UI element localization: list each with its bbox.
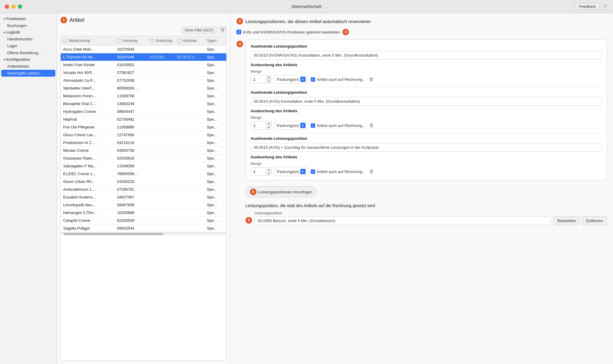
leistungsposition-input[interactable]	[254, 216, 551, 225]
add-lp-button[interactable]: 5 Leistungspositionen hinzufügen	[245, 186, 317, 197]
qty-up-1[interactable]: ▲	[266, 122, 271, 125]
td-ersetzung	[148, 147, 175, 154]
lp-card: Auslösende Leistungsposition Ausbuchung …	[245, 40, 607, 181]
table-row[interactable]: Accu Chek Mob... 10270545 Spe...	[61, 46, 226, 53]
table-scrollbar[interactable]	[61, 232, 226, 235]
td-ersetzung	[148, 162, 175, 170]
table-row[interactable]: Oxazepam Ratio... 02530618 Spe...	[61, 154, 226, 162]
table-row[interactable]: Levodopa/B-Neu... 09467656 Spe...	[61, 201, 226, 209]
rechnung-checkbox-2[interactable]: ✓	[311, 169, 315, 174]
sidebar-section-konfiguration[interactable]: ▾ Konfiguration	[0, 56, 57, 63]
chevron-down-icon: ▾	[4, 17, 5, 21]
td-ausloser	[175, 123, 204, 131]
unit-select-0[interactable]: Packung(en) ▾	[274, 75, 308, 84]
kvg-checkbox[interactable]: ✓	[236, 30, 241, 34]
table-row[interactable]: Vocado Hct 40/5... 07381927 Spe...	[61, 69, 226, 77]
qty-down-2[interactable]: ▼	[266, 172, 271, 175]
table-row[interactable]: Bloxaphte Oral C... 13983234 Spe...	[61, 100, 226, 108]
table-row[interactable]: Hydrogalen Creme 08604447 Spe...	[61, 108, 226, 116]
rechnung-checkbox-wrapper-2[interactable]: ✓ Artikel auch auf Rechnung...	[311, 169, 365, 174]
rechnung-checkbox-wrapper-0[interactable]: ✓ Artikel auch auf Rechnung...	[311, 77, 365, 82]
td-bezeichnung: Eucabal Hustens...	[61, 193, 115, 201]
td-kennung: 11358880	[115, 123, 148, 131]
sidebar-item-buchungen[interactable]: Buchungen	[0, 22, 57, 29]
help-button[interactable]: ?	[602, 4, 608, 10]
menge-label-0: Menge	[251, 69, 602, 74]
qty-up-2[interactable]: ▲	[266, 168, 271, 172]
entfernen-button[interactable]: Entfernen	[582, 216, 607, 225]
qty-up-0[interactable]: ▲	[266, 75, 271, 79]
sidebar-item-haendlerkonten[interactable]: Händlerkonten	[0, 36, 57, 43]
td-kennung: 02530618	[115, 154, 148, 162]
table-row[interactable]: Skinbetter InterF... 86580000... Spe...	[61, 84, 226, 92]
td-ausloser	[175, 147, 204, 154]
table-row[interactable]: Eucabal Hustens... 04827067 Spe...	[61, 193, 226, 201]
td-ausloser	[175, 46, 204, 53]
td-ersetzung	[148, 69, 175, 76]
td-kennung: 11509758	[115, 92, 148, 100]
qty-wrapper-1: ▲ ▼	[251, 121, 272, 130]
delete-lp-button-1[interactable]: 🗑	[368, 122, 375, 129]
rechnung-checkbox-0[interactable]: ✓	[311, 77, 315, 82]
auslosende-input-0[interactable]	[251, 51, 602, 60]
td-ersetzung	[148, 116, 175, 123]
rechnung-label-0: Artikel auch auf Rechnung...	[317, 77, 365, 82]
maximize-button[interactable]	[18, 4, 22, 9]
sidebar-item-verknupfte-leistungen[interactable]: Verknüpfte Leistun...	[1, 70, 55, 77]
sidebar-item-lager[interactable]: Lager	[0, 43, 57, 49]
unit-select-2[interactable]: Packung(en) ▾	[274, 167, 308, 176]
feedback-button[interactable]: Feedback	[575, 3, 600, 10]
auslosende-input-2[interactable]	[251, 143, 602, 152]
bearbeiten-button[interactable]: Bearbeiten	[553, 216, 580, 225]
qty-input-0[interactable]	[251, 76, 266, 83]
table-row[interactable]: L Thyroxin 50 He... 00297046 00.0060 00.…	[61, 53, 226, 61]
auslosende-input-1[interactable]	[251, 97, 602, 106]
table-row[interactable]: Atorvastatin 1a P... 07752938 Spe...	[61, 77, 226, 84]
radio-ausloser	[177, 39, 181, 43]
td-kennung: 09467656	[115, 201, 148, 209]
badge-5: 5	[250, 189, 257, 195]
lp-divider	[251, 133, 602, 133]
rechnung-checkbox-1[interactable]: ✓	[311, 123, 315, 128]
table-row[interactable]: Salviagalen F Ma... 11548356 Spe...	[61, 162, 226, 170]
unit-select-1[interactable]: Packung(en) ▾	[274, 121, 308, 130]
delete-lp-button-2[interactable]: 🗑	[368, 168, 375, 175]
sidebar-section-logistik[interactable]: ▾ Logistik	[0, 29, 57, 36]
table-row[interactable]: Geum Urban Rh... 01630223 Spe...	[61, 178, 226, 186]
td-ersetzung	[148, 100, 175, 107]
checkmark-icon: ✓	[238, 30, 240, 34]
table-row[interactable]: Antiscabiosum 1... 07286761 Spe...	[61, 186, 226, 193]
table-row[interactable]: Gluco Check Lan... 12747690 Spe...	[61, 131, 226, 139]
minimize-button[interactable]	[11, 4, 16, 9]
table-row[interactable]: Sagella Poligyn 09932544 Spe...	[61, 225, 226, 232]
table-row[interactable]: Mebeverin Puren... 11509758 Spe...	[61, 92, 226, 100]
table-row[interactable]: Imidin Fuer Kinder 01610901 Spe...	[61, 61, 226, 69]
filter-icon-button[interactable]	[219, 26, 227, 34]
table-row[interactable]: ELIDEL Creme 1... 76805596... Spe...	[61, 170, 226, 178]
delete-lp-button-0[interactable]: 🗑	[368, 76, 375, 83]
td-ersetzung	[148, 139, 175, 146]
sidebar-section-funktionen[interactable]: ▾ Funktionen	[0, 16, 57, 22]
rechnung-label-2: Artikel auch auf Rechnung...	[317, 169, 365, 174]
qty-input-1[interactable]	[251, 122, 266, 129]
table-row[interactable]: Nephral 02756481 Spe...	[61, 116, 226, 123]
qty-down-0[interactable]: ▼	[266, 79, 271, 83]
qty-input-2[interactable]	[251, 168, 266, 175]
qty-down-1[interactable]: ▼	[266, 125, 271, 129]
close-button[interactable]	[5, 4, 9, 9]
sidebar-item-offene-bestellung[interactable]: Offene Bestellung...	[0, 49, 57, 56]
rechnung-checkbox-wrapper-1[interactable]: ✓ Artikel auch auf Rechnung...	[311, 123, 365, 128]
col-ausloser: Auslöser	[175, 37, 204, 44]
badge-2: 2	[236, 18, 243, 25]
table-row[interactable]: Frei Oel Pflegeoel 11358880 Spe...	[61, 123, 226, 131]
td-ersetzung	[148, 131, 175, 139]
article-table[interactable]: Bezeichnung Kennung Ersetzung Auslöser	[60, 36, 227, 360]
table-row[interactable]: Micotar Creme 04593758 Spe...	[61, 147, 226, 154]
sidebar-item-artikeldetails[interactable]: Artikeldetails	[0, 63, 57, 70]
filter-button[interactable]: Ohne Filter (4157)	[181, 27, 217, 34]
td-bezeichnung: Skinbetter InterF...	[61, 84, 115, 92]
table-row[interactable]: Hemangiol 3.75m... 10333889 Spe...	[61, 209, 226, 217]
kvg-checkbox-wrapper[interactable]: ✓ KVG und IVG/MVG/UVG Positionen getrenn…	[236, 30, 340, 34]
table-row[interactable]: Prednisolon Al 2... 04216116 Spe...	[61, 139, 226, 147]
table-row[interactable]: Cetaphil Creme 02200559 Spe...	[61, 217, 226, 225]
